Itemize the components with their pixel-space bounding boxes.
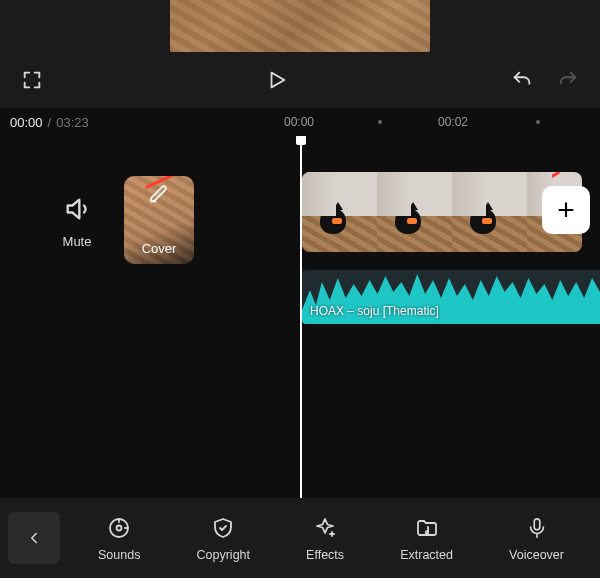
clip-frame[interactable] (452, 172, 527, 252)
extracted-label: Extracted (400, 548, 453, 562)
redo-button[interactable] (554, 66, 582, 94)
back-button[interactable] (8, 512, 60, 564)
video-preview-area (0, 0, 600, 52)
ruler-dot (536, 120, 540, 124)
mute-button[interactable]: Mute (60, 192, 94, 249)
ruler-mark: 00:02 (438, 115, 468, 129)
effects-button[interactable]: Effects (306, 515, 344, 562)
effects-label: Effects (306, 548, 344, 562)
playback-controls-row (0, 52, 600, 108)
total-time: 03:23 (56, 115, 89, 130)
play-icon (266, 68, 288, 92)
star-sparkle-icon (313, 516, 337, 540)
speaker-icon (63, 195, 91, 223)
fullscreen-button[interactable] (18, 66, 46, 94)
timeline[interactable]: Mute Cover + (0, 136, 600, 498)
voiceover-button[interactable]: Voiceover (509, 515, 564, 562)
folder-audio-icon (414, 516, 440, 540)
shield-check-icon (211, 516, 235, 540)
audio-track[interactable]: HOAX – soju [Thematic] (302, 270, 600, 324)
mute-label: Mute (63, 234, 92, 249)
music-disc-icon (107, 516, 131, 540)
video-track[interactable] (302, 172, 582, 252)
bottom-toolbar: Sounds Copyright Effects (0, 498, 600, 578)
sounds-button[interactable]: Sounds (98, 515, 140, 562)
playhead[interactable] (300, 136, 302, 498)
svg-point-1 (117, 525, 122, 530)
voiceover-label: Voiceover (509, 548, 564, 562)
current-time: 00:00 (10, 115, 43, 130)
add-clip-button[interactable]: + (542, 186, 590, 234)
clip-frame[interactable] (302, 172, 377, 252)
copyright-button[interactable]: Copyright (197, 515, 251, 562)
undo-button[interactable] (508, 66, 536, 94)
sounds-label: Sounds (98, 548, 140, 562)
audio-clip-label: HOAX – soju [Thematic] (310, 304, 439, 318)
video-preview[interactable] (170, 0, 430, 52)
svg-rect-3 (534, 518, 540, 529)
undo-icon (510, 69, 534, 91)
microphone-icon (526, 515, 548, 541)
extracted-button[interactable]: Extracted (400, 515, 453, 562)
play-button[interactable] (263, 66, 291, 94)
ruler-mark: 00:00 (284, 115, 314, 129)
cover-label: Cover (124, 241, 194, 256)
copyright-label: Copyright (197, 548, 251, 562)
svg-point-2 (425, 531, 428, 534)
time-separator: / (48, 115, 52, 130)
chevron-left-icon (25, 529, 43, 547)
time-ruler: 00:00 / 03:23 00:00 00:02 (0, 108, 600, 136)
cover-button[interactable]: Cover (124, 176, 194, 264)
plus-icon: + (557, 193, 575, 227)
clip-frame[interactable] (377, 172, 452, 252)
redo-icon (556, 69, 580, 91)
ruler-dot (378, 120, 382, 124)
pencil-icon (149, 184, 169, 204)
fullscreen-icon (21, 69, 43, 91)
